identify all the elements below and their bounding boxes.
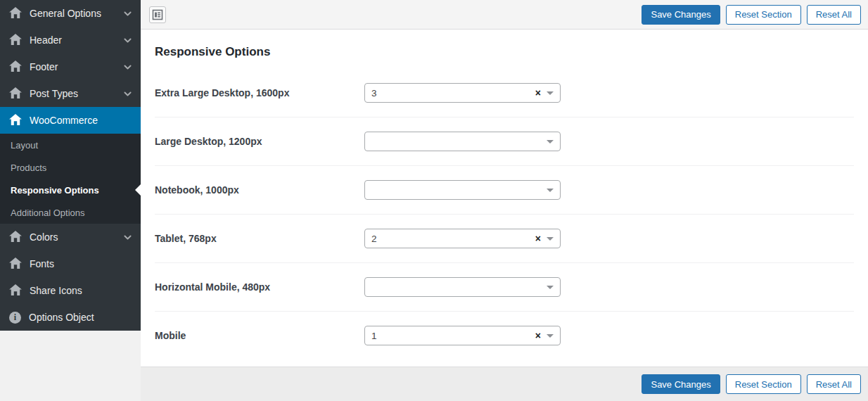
large-desktop-select[interactable] [364, 132, 561, 151]
field-label: Mobile [155, 330, 364, 341]
reset-section-button[interactable]: Reset Section [726, 5, 801, 25]
sidebar-item-label: Colors [30, 231, 58, 243]
chevron-down-icon [547, 237, 554, 241]
field-row-notebook: Notebook, 1000px [155, 166, 854, 215]
footerbar: Save Changes Reset Section Reset All [141, 367, 868, 401]
info-icon: i [9, 312, 21, 324]
chevron-down-icon [123, 63, 132, 72]
select-value: 2 [371, 234, 535, 244]
field-label: Extra Large Desktop, 1600px [155, 87, 364, 98]
sidebar-item-options-object[interactable]: i Options Object [0, 304, 141, 331]
submenu-item-layout[interactable]: Layout [0, 134, 141, 156]
topbar: Save Changes Reset Section Reset All [141, 0, 868, 30]
chevron-down-icon [123, 233, 132, 242]
field-row-mobile: Mobile 1 × [155, 312, 854, 359]
clear-icon[interactable]: × [535, 234, 541, 243]
field-row-extra-large-desktop: Extra Large Desktop, 1600px 3 × [155, 69, 854, 117]
chevron-down-icon [547, 334, 554, 338]
chevron-down-icon [547, 189, 554, 192]
layout-panel-icon [152, 9, 163, 20]
sidebar-item-fonts[interactable]: Fonts [0, 250, 141, 277]
sidebar-item-colors[interactable]: Colors [0, 224, 141, 250]
sidebar-item-label: Header [30, 34, 62, 46]
field-row-large-desktop: Large Desktop, 1200px [155, 117, 854, 166]
home-icon [9, 114, 22, 127]
sidebar-item-label: Share Icons [30, 285, 82, 296]
sidebar-item-general-options[interactable]: General Options [0, 0, 141, 27]
sidebar: General Options Header Footer Post Types [0, 0, 141, 401]
sidebar-item-label: Options Object [29, 312, 94, 323]
sidebar-item-label: Fonts [30, 258, 54, 269]
home-icon [9, 257, 22, 271]
home-icon [9, 284, 22, 298]
sidebar-item-share-icons[interactable]: Share Icons [0, 277, 141, 304]
sidebar-item-label: General Options [30, 8, 101, 19]
chevron-down-icon [547, 140, 554, 144]
chevron-down-icon [547, 91, 554, 95]
save-changes-button[interactable]: Save Changes [642, 5, 720, 25]
sidebar-item-label: Post Types [30, 88, 78, 99]
main-area: Save Changes Reset Section Reset All Res… [141, 0, 868, 401]
sidebar-item-post-types[interactable]: Post Types [0, 80, 141, 107]
reset-all-button-bottom[interactable]: Reset All [807, 374, 861, 394]
woocommerce-submenu: Layout Products Responsive Options Addit… [0, 134, 141, 224]
home-icon [9, 34, 22, 47]
field-label: Horizontal Mobile, 480px [155, 281, 364, 293]
topbar-actions: Save Changes Reset Section Reset All [642, 5, 861, 25]
reset-all-button[interactable]: Reset All [807, 5, 861, 25]
field-row-horizontal-mobile: Horizontal Mobile, 480px [155, 263, 854, 312]
submenu-item-additional-options[interactable]: Additional Options [0, 201, 141, 224]
field-row-tablet: Tablet, 768px 2 × [155, 215, 854, 263]
reset-section-button-bottom[interactable]: Reset Section [726, 374, 801, 394]
sidebar-item-label: WooCommerce [30, 115, 98, 126]
submenu-item-label: Additional Options [11, 208, 85, 218]
submenu-item-responsive-options[interactable]: Responsive Options [0, 179, 141, 201]
field-label: Notebook, 1000px [155, 184, 364, 196]
sidebar-menu: General Options Header Footer Post Types [0, 0, 141, 331]
options-panel: General Options Header Footer Post Types [0, 0, 868, 401]
home-icon [9, 61, 22, 74]
submenu-item-products[interactable]: Products [0, 156, 141, 179]
sidebar-item-label: Footer [30, 61, 58, 72]
mobile-select[interactable]: 1 × [364, 326, 561, 345]
chevron-down-icon [123, 89, 132, 98]
clear-icon[interactable]: × [535, 88, 541, 98]
field-label: Tablet, 768px [155, 233, 364, 244]
notebook-select[interactable] [364, 180, 561, 200]
chevron-down-icon [123, 9, 132, 18]
expand-options-button[interactable] [149, 6, 166, 23]
home-icon [9, 231, 22, 244]
chevron-down-icon [123, 36, 132, 45]
home-icon [9, 7, 22, 20]
section-content: Responsive Options Extra Large Desktop, … [141, 30, 868, 367]
field-label: Large Desktop, 1200px [155, 136, 364, 147]
sidebar-item-footer[interactable]: Footer [0, 53, 141, 80]
select-value: 3 [371, 88, 535, 98]
sidebar-item-header[interactable]: Header [0, 27, 141, 53]
select-value: 1 [371, 331, 535, 341]
save-changes-button-bottom[interactable]: Save Changes [642, 374, 720, 394]
section-title: Responsive Options [155, 45, 854, 59]
horizontal-mobile-select[interactable] [364, 277, 561, 297]
sidebar-item-woocommerce[interactable]: WooCommerce [0, 107, 141, 134]
submenu-item-label: Layout [11, 140, 38, 151]
clear-icon[interactable]: × [535, 331, 541, 340]
submenu-item-label: Responsive Options [11, 185, 99, 196]
active-item-arrow-icon [135, 184, 141, 196]
tablet-select[interactable]: 2 × [364, 229, 561, 248]
submenu-item-label: Products [11, 163, 46, 173]
home-icon [9, 87, 22, 101]
extra-large-desktop-select[interactable]: 3 × [364, 83, 561, 103]
chevron-down-icon [547, 286, 554, 289]
